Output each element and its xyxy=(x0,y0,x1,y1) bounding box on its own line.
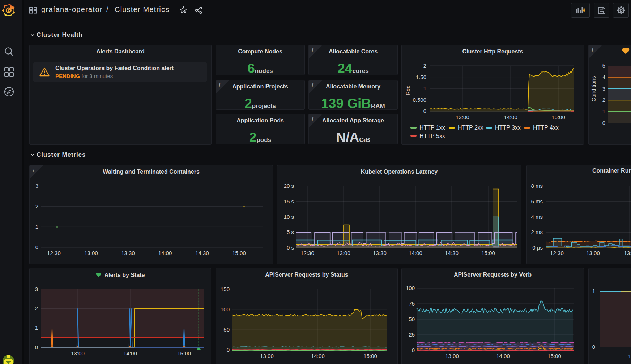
svg-text:15:00: 15:00 xyxy=(177,350,191,356)
svg-text:14:00: 14:00 xyxy=(504,114,517,120)
svg-text:25: 25 xyxy=(409,332,415,338)
svg-text:1: 1 xyxy=(423,85,426,91)
svg-text:15:00: 15:00 xyxy=(363,353,377,359)
svg-text:14:00: 14:00 xyxy=(158,250,172,256)
svg-text:50: 50 xyxy=(223,326,230,333)
svg-text:HTTP 3xx: HTTP 3xx xyxy=(495,125,521,131)
svg-text:1: 1 xyxy=(602,108,605,114)
svg-text:13:00: 13:00 xyxy=(260,353,274,359)
svg-text:13:30: 13:30 xyxy=(373,250,387,256)
svg-text:8 ms: 8 ms xyxy=(531,183,543,189)
svg-text:14:00: 14:00 xyxy=(123,350,137,356)
svg-text:0 µs: 0 µs xyxy=(532,244,543,251)
svg-text:1: 1 xyxy=(592,288,595,294)
svg-text:1: 1 xyxy=(35,325,38,331)
svg-text:4 ms: 4 ms xyxy=(531,214,543,220)
svg-text:13:3: 13:3 xyxy=(624,250,631,256)
svg-text:1: 1 xyxy=(35,224,38,230)
svg-text:Req: Req xyxy=(405,85,411,95)
svg-text:13:00: 13:00 xyxy=(586,250,600,256)
svg-text:15:00: 15:00 xyxy=(551,114,565,120)
svg-text:13:00: 13:00 xyxy=(456,114,469,120)
svg-text:3: 3 xyxy=(35,286,38,292)
svg-text:2: 2 xyxy=(35,305,38,311)
svg-text:14:00: 14:00 xyxy=(409,250,422,256)
svg-text:14:00: 14:00 xyxy=(311,353,325,359)
svg-text:5 s: 5 s xyxy=(287,229,294,235)
svg-text:0: 0 xyxy=(423,108,426,114)
svg-text:0 s: 0 s xyxy=(287,244,294,251)
svg-text:2: 2 xyxy=(423,62,426,69)
svg-text:15:00: 15:00 xyxy=(481,250,495,256)
svg-text:0.500: 0.500 xyxy=(413,97,426,103)
svg-text:2 ms: 2 ms xyxy=(531,229,543,235)
svg-text:13:00: 13:00 xyxy=(71,350,85,356)
svg-text:100: 100 xyxy=(221,306,230,312)
svg-text:4: 4 xyxy=(602,74,605,80)
svg-text:20 s: 20 s xyxy=(284,183,294,189)
svg-text:0: 0 xyxy=(592,344,595,350)
svg-text:15:00: 15:00 xyxy=(547,353,561,359)
svg-text:12:30: 12:30 xyxy=(300,250,314,256)
svg-text:2: 2 xyxy=(35,203,38,209)
svg-text:12:30: 12:30 xyxy=(550,250,564,256)
svg-text:0: 0 xyxy=(227,347,230,353)
svg-text:15:: 15: xyxy=(628,353,631,359)
svg-text:1.50: 1.50 xyxy=(416,74,426,80)
svg-text:HTTP 2xx: HTTP 2xx xyxy=(458,125,483,131)
svg-text:HTTP 1xx: HTTP 1xx xyxy=(419,125,445,131)
svg-text:2: 2 xyxy=(602,97,605,103)
svg-text:0: 0 xyxy=(35,344,38,350)
svg-text:10 s: 10 s xyxy=(284,214,294,220)
svg-text:14:00: 14:00 xyxy=(496,353,510,359)
svg-text:150: 150 xyxy=(221,286,230,292)
svg-text:15 s: 15 s xyxy=(284,198,294,204)
svg-text:13:00: 13:00 xyxy=(84,250,98,256)
svg-text:3: 3 xyxy=(35,183,38,189)
svg-text:0: 0 xyxy=(412,347,415,353)
svg-text:12:30: 12:30 xyxy=(47,250,61,256)
svg-text:13:00: 13:00 xyxy=(445,353,459,359)
svg-text:50: 50 xyxy=(409,316,415,322)
svg-text:15:00: 15:00 xyxy=(232,250,246,256)
svg-text:0: 0 xyxy=(602,120,605,126)
svg-text:100: 100 xyxy=(406,285,415,291)
svg-text:13:00: 13:00 xyxy=(337,250,350,256)
svg-text:HTTP 4xx: HTTP 4xx xyxy=(533,125,559,131)
svg-text:14:30: 14:30 xyxy=(445,250,459,256)
svg-text:3: 3 xyxy=(602,86,605,92)
svg-text:6 ms: 6 ms xyxy=(531,198,543,204)
svg-text:14:30: 14:30 xyxy=(195,250,209,256)
svg-text:5: 5 xyxy=(602,62,605,69)
svg-text:0: 0 xyxy=(35,244,38,250)
svg-text:75: 75 xyxy=(409,300,415,307)
svg-text:HTTP 5xx: HTTP 5xx xyxy=(419,133,445,139)
svg-text:Conditions: Conditions xyxy=(591,76,597,102)
svg-text:13:30: 13:30 xyxy=(121,250,135,256)
